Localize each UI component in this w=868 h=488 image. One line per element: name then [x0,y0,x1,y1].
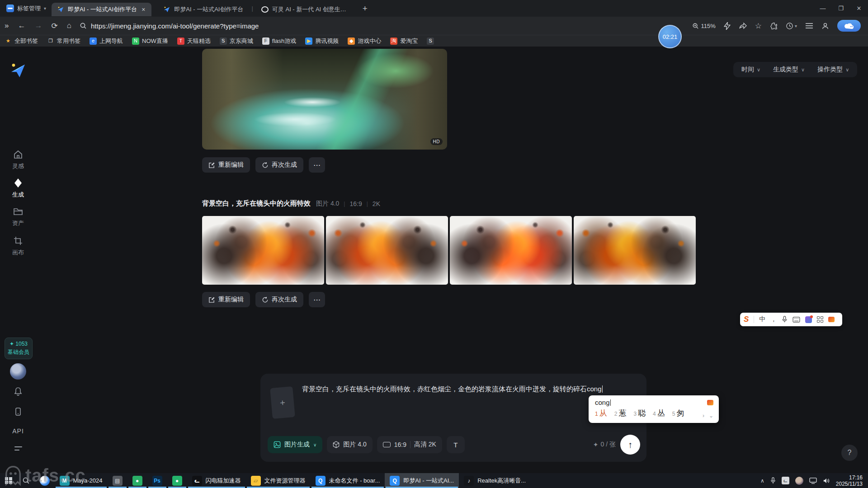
reedit-button[interactable]: 重新编辑 [202,157,250,173]
bookmark-item[interactable]: 淘 爱淘宝 [390,37,418,45]
sync-cloud-button[interactable] [837,20,861,32]
microphone-icon[interactable] [782,316,788,323]
generation-mode-select[interactable]: 图片生成 ∨ [268,436,322,453]
bolt-icon[interactable] [724,22,731,30]
generated-image-fire-3[interactable] [450,216,572,285]
sidebar-item-assets[interactable]: 资产 [0,206,36,227]
browser-launcher-button[interactable] [35,473,55,488]
menu-icon[interactable] [805,23,813,29]
network-display-icon[interactable] [809,478,817,484]
sogou-logo-icon[interactable]: S [744,315,749,324]
help-button[interactable]: ? [841,445,858,461]
ratio-quality-select[interactable]: 16:9 高清 2K [377,436,442,453]
ime-candidate[interactable]: 4 丛 [653,408,665,418]
volume-icon[interactable] [823,478,830,484]
tab-manager-button[interactable]: 标签管理 ▾ [0,5,52,13]
filter-dropdown[interactable]: 时间 ∨ [741,66,760,74]
sidebar-item-generate[interactable]: 生成 [0,178,36,199]
sidebar-item-inspiration[interactable]: 灵感 [0,149,36,170]
tray-microphone-icon[interactable] [770,477,776,484]
filter-dropdown[interactable]: 生成类型 ∨ [773,66,805,74]
new-tab-button[interactable]: + [359,4,371,14]
filter-dropdown[interactable]: 操作类型 ∨ [817,66,849,74]
history-control[interactable]: ▾ [786,22,797,30]
bookmark-item[interactable]: N NOW直播 [132,37,168,45]
bookmark-item[interactable]: e 上网导航 [90,37,123,45]
jimeng-logo[interactable] [9,61,27,80]
start-button[interactable] [0,473,17,488]
home-button[interactable]: ⌂ [62,21,76,30]
ime-candidate[interactable]: 2 葱 [614,408,627,418]
tray-clock[interactable]: 17:16 2025/11/13 [836,474,863,487]
regenerate-button[interactable]: 再次生成 [255,292,303,307]
generated-image-fire-1[interactable] [202,216,324,285]
bookmark-item[interactable]: F flash游戏 [262,37,296,45]
taskbar-app[interactable]: Q 即梦AI - 一站式AI... [385,473,459,488]
timer-overlay-badge[interactable]: 02:21 [658,25,682,48]
bookmark-star-icon[interactable]: ☆ [755,21,762,31]
regenerate-button[interactable]: 再次生成 [255,157,303,173]
more-options-button[interactable]: ⋯ [309,157,325,173]
tray-user-icon[interactable] [795,477,803,485]
api-link[interactable]: API [0,427,36,435]
minimize-button[interactable]: — [814,5,832,12]
taskbar-app[interactable]: M Maya-2024 [55,473,108,488]
bookmark-item[interactable]: ❐ 常用书签 [47,37,80,45]
taskbar-app[interactable]: ▤ [108,473,127,488]
add-reference-image-button[interactable]: + [270,386,295,419]
taskbar-app[interactable]: ● [127,473,147,488]
maximize-button[interactable]: ❐ [832,5,850,12]
ime-candidate[interactable]: 5 匆 [672,408,684,418]
model-select[interactable]: 图片 4.0 [327,436,372,453]
share-icon[interactable] [739,22,747,29]
text-effect-button[interactable]: T [447,436,465,453]
taskbar-app[interactable]: Ps [147,473,167,488]
tray-expand-icon[interactable]: ∧ [760,478,764,484]
notifications-bell-icon[interactable] [14,387,23,396]
reedit-button[interactable]: 重新编辑 [202,292,250,307]
sogou-hot-icon[interactable] [707,400,713,405]
zoom-control[interactable]: 115% [692,23,715,29]
taskbar-search-button[interactable] [17,473,35,488]
ime-candidate[interactable]: 3 聪 [633,408,646,418]
bookmark-item[interactable]: T 天猫精选 [177,37,211,45]
forward-button[interactable]: → [30,21,47,30]
virtual-keyboard-icon[interactable] [793,317,800,323]
ime-next-page-icon[interactable]: › [703,413,704,419]
taskbar-app[interactable]: ● [167,473,187,488]
chinese-mode-icon[interactable]: 中 [759,315,765,324]
user-avatar[interactable] [10,363,26,380]
extensions-icon[interactable] [770,22,778,30]
membership-badge[interactable]: ✦ 1053 基础会员 [5,338,33,359]
sidebar-more-icon[interactable] [14,446,22,453]
prompt-title[interactable]: 背景空白，充斥在镜头中的火雨特效 [202,199,311,208]
taskbar-app[interactable]: ♪ Realtek高清晰音... [459,473,531,488]
tab-keling[interactable]: 可灵 AI - 新一代 AI 创意生产力 [256,3,354,16]
generated-image-fire-2[interactable] [326,216,448,285]
emoji-fire-icon[interactable] [828,317,835,322]
ime-expand-icon[interactable]: ⌄ [709,413,713,419]
generate-submit-button[interactable]: ↑ [620,435,640,455]
close-window-button[interactable]: ✕ [850,5,868,12]
reload-button[interactable]: ⟳ [47,21,62,31]
tray-cat-icon[interactable]: ᓚ [782,477,789,484]
bookmark-item[interactable]: ◆ 游戏中心 [348,37,381,45]
tab-close-icon[interactable]: × [141,6,146,13]
mobile-app-icon[interactable] [14,407,23,416]
back-button[interactable]: ← [13,21,30,30]
skin-center-icon[interactable] [805,316,812,323]
taskbar-app[interactable]: Q 未命名文件 - boar... [311,473,385,488]
prompt-input[interactable]: 背景空白，充斥在镜头中的火雨特效，赤红色烟尘，金色的岩浆流体在火雨中迸发，旋转的… [302,384,637,394]
generated-image-fire-4[interactable] [574,216,696,285]
profile-icon[interactable] [821,22,829,30]
taskbar-app[interactable]: ᓚ 闪电猫加速器 [187,473,246,488]
taskbar-app[interactable]: ▱ 文件资源管理器 [246,473,311,488]
generated-image-dragon[interactable]: HD [202,49,447,150]
address-bar[interactable]: https://jimeng.jianying.com/ai-tool/gene… [80,22,692,30]
tab-jimeng-2[interactable]: 即梦AI - 一站式AI创作平台 [158,3,249,16]
more-options-button[interactable]: ⋯ [309,292,325,307]
bookmark-item[interactable]: S [427,38,434,45]
tab-jimeng-active[interactable]: 即梦AI - 一站式AI创作平台 × [52,3,151,16]
bookmark-item[interactable]: S 京东商城 [220,37,253,45]
toolbox-grid-icon[interactable] [817,316,823,323]
